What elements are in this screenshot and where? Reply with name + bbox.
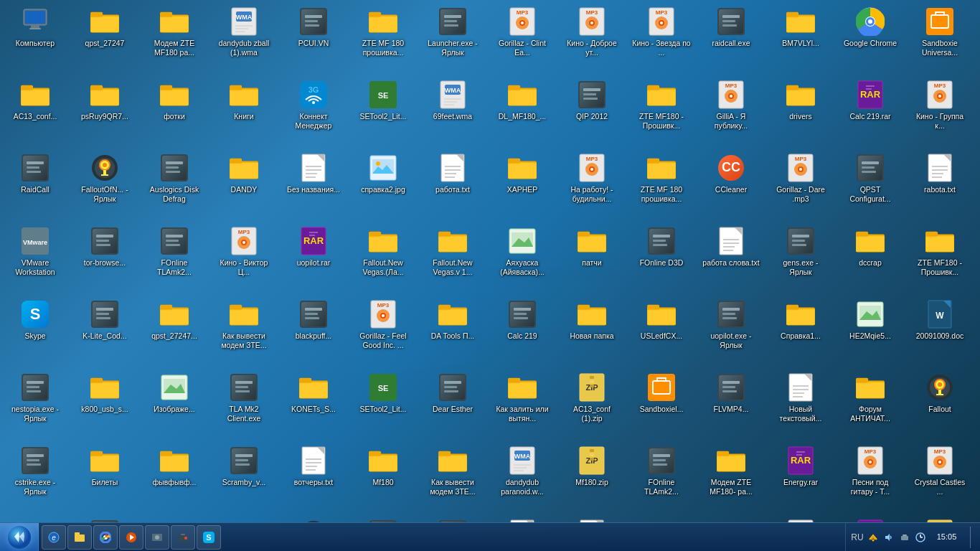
desktop-icon-pesni-gitar[interactable]: MP3Песни под гитару - Т...	[838, 442, 903, 514]
desktop-icon-zte-mf180[interactable]: ZTE MF 180 прошивка...	[351, 3, 415, 75]
desktop-icon-dccrap[interactable]: dccrap	[838, 222, 903, 294]
desktop-icon-qpst-conf[interactable]: QPST Configurat...	[838, 149, 903, 221]
tray-sound[interactable]	[883, 532, 895, 543]
desktop-icon-forum-antichat2[interactable]: Форум АНТИЧАТ ...	[3, 515, 67, 522]
desktop-icon-qip2012[interactable]: QIP 2012	[560, 76, 624, 148]
taskbar-radio[interactable]	[171, 525, 195, 550]
desktop-icon-usbflash[interactable]: ZIPusbflash (1).zip	[908, 515, 972, 522]
desktop-icon-kino-dobroe[interactable]: MP3Кино - Доброе ут...	[560, 3, 624, 75]
desktop-icon-kino-zvezda[interactable]: MP3Кино - Звезда по ...	[629, 3, 694, 75]
desktop-icon-pcui[interactable]: PCUI.VN	[281, 3, 346, 75]
desktop-icon-dandydub-wma[interactable]: WMAdandydub paranoid.w...	[490, 442, 555, 514]
desktop-icon-20091009doc[interactable]: W20091009.doc	[908, 296, 972, 367]
desktop-icon-bm7vly[interactable]: BM7VLYl...	[768, 3, 833, 75]
desktop-icon-fallout-new-vegas-la[interactable]: Fallout.New Vegas.(Ла...	[351, 222, 415, 294]
desktop-icon-fotki[interactable]: фотки	[142, 76, 207, 148]
desktop-icon-zte-mf180-pr2[interactable]: ZTE MF180 - Прошивк...	[908, 222, 972, 294]
desktop-icon-vochery[interactable]: вотчеры.txt	[281, 442, 346, 514]
desktop-icon-gorillaz-dare[interactable]: MP3Gorillaz - Dare .mp3	[768, 149, 833, 221]
desktop-icon-rabota-slova[interactable]: работа слова.txt	[699, 222, 763, 294]
desktop-icon-mumble[interactable]: Mumble	[351, 515, 415, 522]
desktop-icon-knigi[interactable]: Книги	[212, 76, 276, 148]
desktop-icon-flvmp4[interactable]: FLVMP4...	[699, 369, 763, 441]
desktop-icon-ac13-conf[interactable]: AC13_conf...	[3, 76, 67, 148]
desktop-icon-raidcall[interactable]: raidcall.exe	[699, 3, 763, 75]
desktop-icon-patchi[interactable]: патчи	[560, 222, 624, 294]
desktop-icon-tla-mk2[interactable]: TLA Mk2 Client.exe	[212, 369, 276, 441]
desktop-icon-calc219rar[interactable]: RARCalc 219.rar	[838, 76, 903, 148]
taskbar-media[interactable]	[119, 525, 143, 550]
desktop-icon-fyvfvb[interactable]: фывфыв.txt	[490, 515, 555, 522]
desktop-icon-mf180[interactable]: Mf180	[351, 442, 415, 514]
desktop-icon-ac13-zip[interactable]: ZIPAC13_conf (1).zip	[560, 369, 624, 441]
desktop-icon-raidcall-app[interactable]: RaidCall	[3, 149, 67, 221]
desktop-icon-calc219-2[interactable]: Calc 219	[490, 296, 555, 367]
desktop-icon-zte-mf180-pr[interactable]: ZTE MF180 - Прошивк...	[629, 76, 694, 148]
desktop-icon-kak-zalit2[interactable]: Как залить или вытян...	[699, 515, 763, 522]
taskbar-ie[interactable]: e	[42, 525, 66, 550]
desktop-icon-gillia[interactable]: MP3GilliA - Я публику...	[699, 76, 763, 148]
taskbar-cp[interactable]	[145, 525, 169, 550]
desktop-icon-bilety[interactable]: Билеты	[72, 442, 137, 514]
desktop-icon-fallout-nv1[interactable]: Fallout.New Vegas.v 1...	[420, 222, 485, 294]
desktop-icon-setool2lit[interactable]: SESETool2_Lit...	[351, 76, 415, 148]
desktop-icon-uopilot-exe[interactable]: uopilot.exe - Ярлык	[699, 296, 763, 367]
desktop-icon-google-chrome[interactable]: Google Chrome	[838, 3, 903, 75]
tray-show-desktop[interactable]	[970, 527, 974, 548]
desktop-icon-kompyuter[interactable]: Компьютер	[3, 3, 67, 75]
desktop-icon-artmoney[interactable]: ArtMoney SE v7.41	[72, 515, 137, 522]
desktop-icon-nova-papka[interactable]: Новая папка	[560, 296, 624, 367]
desktop-icon-gens[interactable]: gens.exe - Ярлык	[768, 222, 833, 294]
desktop-icon-qpst27247-2[interactable]: qpst_27247...	[142, 296, 207, 367]
desktop-icon-modem-zte[interactable]: Модем ZTE MF180 ра...	[142, 3, 207, 75]
desktop-icon-kino-viktor[interactable]: MP3Кино - Виктор Ц...	[212, 222, 276, 294]
desktop-icon-launcher[interactable]: Launcher.exe - Ярлык	[420, 3, 485, 75]
desktop-icon-pcui-rar[interactable]: RARPCUI.rar	[838, 515, 903, 522]
desktop-icon-da-tools[interactable]: DA Tools П...	[420, 296, 485, 367]
desktop-icon-energy-rar[interactable]: RAREnergy.rar	[768, 442, 833, 514]
start-button[interactable]	[0, 523, 39, 552]
desktop-icon-vmware[interactable]: VMwareVMware Workstation	[3, 222, 67, 294]
desktop-icon-scramby[interactable]: Scramby_v...	[212, 442, 276, 514]
desktop-icon-bez-nazv[interactable]: Без названия...	[281, 149, 346, 221]
desktop-icon-blackpuff[interactable]: blackpuff...	[281, 296, 346, 367]
desktop-icon-mf180-zip[interactable]: ZIPMf180.zip	[560, 442, 624, 514]
desktop-icon-ccleaner[interactable]: CCCCleaner	[699, 149, 763, 221]
desktop-icon-crystal-castles[interactable]: MP3Crystal Castles ...	[908, 442, 972, 514]
desktop-icon-konets-s[interactable]: KONETs_S...	[281, 369, 346, 441]
desktop-icon-dandy[interactable]: DANDY	[212, 149, 276, 221]
desktop-icon-spravka1[interactable]: Справка1...	[768, 296, 833, 367]
desktop-icon-dandydub2[interactable]: WMAdandydub razmatazz...	[768, 515, 833, 522]
desktop-icon-nestopia[interactable]: nestopia.exe - Ярлык	[3, 369, 67, 441]
desktop-icon-rabota-txt[interactable]: rabota.txt	[908, 149, 972, 221]
desktop-icon-dandydub-zball[interactable]: WMAdandydub zball (1).wma	[212, 3, 276, 75]
desktop-icon-qpst27247[interactable]: qpst_27247	[72, 3, 137, 75]
taskbar-skype[interactable]: S	[197, 525, 221, 550]
desktop-icon-spravka2jpg[interactable]: справка2.jpg	[351, 149, 415, 221]
desktop-icon-sandboxie-exe[interactable]: Sandboxiel...	[629, 369, 694, 441]
desktop-icon-mnogtochie[interactable]: Многточие	[212, 515, 276, 522]
desktop-icon-dl-mf180[interactable]: DL_MF180_...	[490, 76, 555, 148]
desktop-icon-key-txt[interactable]: key.txt	[560, 515, 624, 522]
desktop-icon-kak-vivesti[interactable]: Как вывести модем ЗТЕ...	[212, 296, 276, 367]
desktop-icon-novy-text[interactable]: Новый текстовый...	[768, 369, 833, 441]
desktop-icon-fonline-tlamk[interactable]: FOnline TLAmk2...	[142, 222, 207, 294]
desktop-icon-fyvfyvf[interactable]: фывфывф...	[142, 442, 207, 514]
desktop-icon-tor-browser[interactable]: tor-browse...	[72, 222, 137, 294]
desktop-icon-rabota[interactable]: работа.txt	[420, 149, 485, 221]
desktop-icon-cstrike[interactable]: cstrike.exe - Ярлык	[3, 442, 67, 514]
taskbar-chrome[interactable]	[93, 525, 118, 550]
desktop-icon-xarner[interactable]: ХАРНЕР	[490, 149, 555, 221]
desktop-icon-fonline-tlamk2[interactable]: FOnline TLAmk2...	[629, 442, 694, 514]
desktop-icon-psruy9qr[interactable]: psRuy9QR7...	[72, 76, 137, 148]
desktop-icon-kak-vivesti2[interactable]: Как вывести модем ЗТЕ...	[420, 442, 485, 514]
desktop-icon-fallout-game[interactable]: Fallout	[908, 369, 972, 441]
desktop-icon-fallout2[interactable]: Fallout 2	[281, 515, 346, 522]
desktop-icon-he2mqie5[interactable]: HE2Mqie5...	[838, 296, 903, 367]
desktop-icon-forum-antichat[interactable]: Форум АНТИЧАТ...	[838, 369, 903, 441]
desktop-icon-drivers[interactable]: drivers	[768, 76, 833, 148]
desktop-icon-uopilot-rar[interactable]: RARuopilot.rar	[281, 222, 346, 294]
desktop-icon-69feet[interactable]: WMA69feet.wma	[420, 76, 485, 148]
tray-power[interactable]	[899, 532, 910, 543]
desktop-icon-falloutof[interactable]: FalloutOfN... - Ярлык	[72, 149, 137, 221]
